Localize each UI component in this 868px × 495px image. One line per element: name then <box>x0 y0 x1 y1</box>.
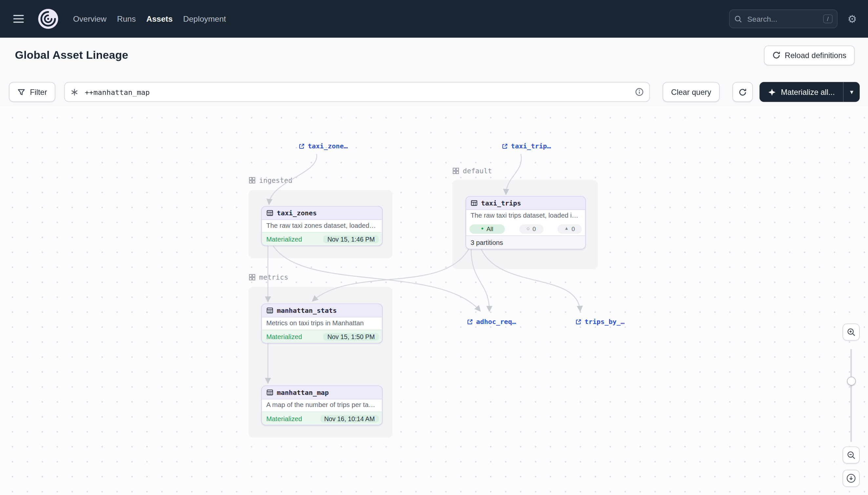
materialize-all-button[interactable]: Materialize all... <box>759 82 843 102</box>
search-box[interactable]: / <box>729 10 837 28</box>
external-link-icon <box>575 319 582 325</box>
group-name: default <box>463 167 492 175</box>
settings-button[interactable]: ⚙ <box>846 13 858 25</box>
status-badge: Materialized <box>266 332 302 340</box>
external-asset-label: taxi_zone… <box>308 142 348 150</box>
dot-icon: ● <box>481 226 483 231</box>
asset-status-row: Materialized Nov 15, 1:46 PM <box>262 232 382 245</box>
filter-button[interactable]: Filter <box>9 82 55 102</box>
external-link-icon <box>467 319 473 325</box>
external-asset-adhoc_request[interactable]: adhoc_req… <box>467 318 516 326</box>
page-header: Global Asset Lineage Reload definitions <box>0 38 868 72</box>
partition-chip-count: 0 <box>571 225 575 232</box>
table-icon <box>266 209 273 217</box>
menu-button[interactable] <box>14 12 27 25</box>
nav-item-overview[interactable]: Overview <box>73 12 107 25</box>
search-input[interactable] <box>746 14 819 24</box>
external-asset-taxi_zones_file[interactable]: taxi_zone… <box>299 142 348 150</box>
materialize-options-button[interactable]: ▾ <box>843 82 860 102</box>
reload-definitions-label: Reload definitions <box>785 51 846 59</box>
partitions-footer[interactable]: 3 partitions <box>466 235 585 249</box>
materialization-timestamp: Nov 15, 1:46 PM <box>323 235 378 243</box>
reload-definitions-button[interactable]: Reload definitions <box>764 45 854 65</box>
triangle-icon: ▲ <box>564 226 568 231</box>
search-icon <box>734 15 742 23</box>
asset-selection-box <box>64 82 650 102</box>
asset-node-taxi_trips[interactable]: taxi_trips The raw taxi trips dataset, l… <box>465 196 586 249</box>
materialize-split-button: Materialize all... ▾ <box>759 82 860 102</box>
table-icon <box>266 307 273 314</box>
table-icon <box>471 200 478 207</box>
asset-node-header: manhattan_stats <box>262 304 382 318</box>
arrow-down-circle-icon <box>846 473 856 483</box>
nav-item-assets[interactable]: Assets <box>146 12 173 25</box>
asset-node-header: taxi_trips <box>466 197 585 210</box>
external-asset-label: adhoc_req… <box>476 318 516 326</box>
partition-chip-missing[interactable]: ○ 0 <box>519 224 543 234</box>
hamburger-icon <box>14 15 27 16</box>
group-label-default[interactable]: default <box>453 167 492 175</box>
group-name: ingested <box>259 176 293 185</box>
asset-description: Metrics on taxi trips in Manhattan <box>262 318 382 329</box>
zoom-in-button[interactable] <box>843 324 860 341</box>
refresh-graph-button[interactable] <box>732 82 752 102</box>
circle-outline-icon: ○ <box>527 226 530 232</box>
status-badge: Materialized <box>266 414 302 423</box>
partition-chip-count: 0 <box>532 225 536 232</box>
group-label-metrics[interactable]: metrics <box>249 273 288 281</box>
chevron-down-icon: ▾ <box>850 88 853 96</box>
filter-label: Filter <box>30 88 47 97</box>
asset-name: manhattan_stats <box>277 307 337 314</box>
gear-icon: ⚙ <box>847 13 857 24</box>
lineage-toolbar: Filter Clear query Materialize all <box>0 72 868 106</box>
partition-chip-failed[interactable]: ▲ 0 <box>557 224 582 234</box>
search-shortcut-badge: / <box>823 14 833 23</box>
clear-query-button[interactable]: Clear query <box>663 82 720 102</box>
info-icon[interactable] <box>635 88 644 97</box>
lineage-edges <box>0 106 868 495</box>
materialization-timestamp: Nov 15, 1:50 PM <box>323 332 378 340</box>
external-asset-taxi_trips_file[interactable]: taxi_trip… <box>501 142 551 150</box>
external-asset-trips_by_week[interactable]: trips_by_… <box>575 318 625 326</box>
recenter-button[interactable] <box>843 470 860 487</box>
status-badge: Materialized <box>266 235 302 243</box>
asset-status-row: Materialized Nov 16, 10:14 AM <box>262 412 382 425</box>
zoom-in-icon <box>846 327 856 337</box>
group-grid-icon <box>249 176 256 184</box>
sparkle-icon <box>768 88 776 96</box>
partitions-footer-label: 3 partitions <box>471 238 503 246</box>
asset-status-row: Materialized Nov 15, 1:50 PM <box>262 329 382 343</box>
zoom-slider-thumb[interactable] <box>847 377 856 386</box>
external-asset-label: trips_by_… <box>585 318 625 326</box>
dagster-logo-icon[interactable] <box>38 8 59 29</box>
group-label-ingested[interactable]: ingested <box>249 176 293 185</box>
app: Overview Runs Assets Deployment / ⚙ Glob… <box>0 0 868 495</box>
nav-item-deployment[interactable]: Deployment <box>183 12 226 25</box>
zoom-slider[interactable] <box>850 349 852 442</box>
nav-right: / ⚙ <box>729 10 858 28</box>
nav-item-runs[interactable]: Runs <box>117 12 136 25</box>
partition-status-row: ● All ○ 0 ▲ 0 <box>466 222 585 236</box>
top-nav: Overview Runs Assets Deployment / ⚙ <box>0 0 868 38</box>
external-link-icon <box>501 143 508 149</box>
partition-chip-all[interactable]: ● All <box>470 224 505 234</box>
asset-selection-input[interactable] <box>84 87 630 97</box>
asset-node-header: taxi_zones <box>262 206 382 220</box>
table-icon <box>266 389 273 396</box>
lineage-canvas[interactable]: ingested default metrics <box>0 106 868 495</box>
asset-node-header: manhattan_map <box>262 386 382 399</box>
materialization-timestamp: Nov 16, 10:14 AM <box>320 414 378 423</box>
asset-node-manhattan_stats[interactable]: manhattan_stats Metrics on taxi trips in… <box>262 304 383 344</box>
zoom-out-button[interactable] <box>843 446 860 463</box>
partition-chip-label: All <box>486 225 493 232</box>
asset-node-manhattan_map[interactable]: manhattan_map A map of the number of tri… <box>262 386 383 426</box>
asset-description: A map of the number of trips per taxi z… <box>262 399 382 412</box>
group-grid-icon <box>453 167 460 175</box>
asset-name: manhattan_map <box>277 389 329 396</box>
refresh-icon <box>772 51 780 59</box>
selection-syntax-icon <box>71 88 79 96</box>
asset-description: The raw taxi trips dataset, loaded into … <box>466 210 585 222</box>
asset-node-taxi_zones[interactable]: taxi_zones The raw taxi zones dataset, l… <box>262 206 383 246</box>
refresh-icon <box>739 88 747 96</box>
filter-icon <box>17 88 25 96</box>
